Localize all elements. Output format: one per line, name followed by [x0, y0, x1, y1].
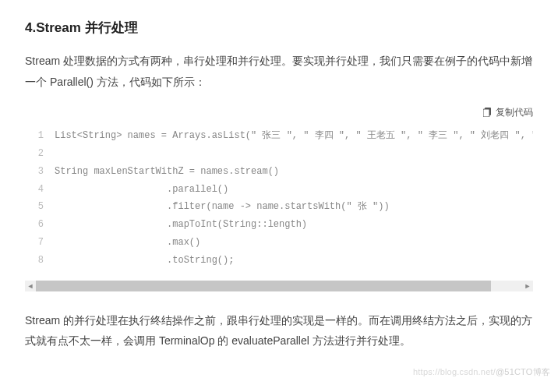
copy-code-label: 复制代码: [496, 107, 533, 118]
code-line: 4 .parallel(): [25, 181, 533, 199]
scroll-right-arrow-icon[interactable]: ►: [522, 281, 533, 291]
scrollbar-thumb[interactable]: [36, 281, 491, 291]
code-line: 1List<String> names = Arrays.asList(" 张三…: [25, 127, 533, 145]
line-number: 8: [25, 252, 44, 270]
scroll-left-arrow-icon[interactable]: ◄: [25, 281, 36, 291]
code-line: 2: [25, 145, 533, 163]
outro-paragraph: Stream 的并行处理在执行终结操作之前，跟串行处理的实现是一样的。而在调用终…: [25, 310, 533, 351]
watermark: https://blog.csdn.net/@51CTO博客: [413, 366, 550, 378]
code-text: .toString();: [55, 252, 234, 270]
code-text: .mapToInt(String::length): [55, 216, 307, 234]
line-number: 6: [25, 216, 44, 234]
line-number: 1: [25, 127, 44, 145]
line-number: 7: [25, 234, 44, 252]
code-text: .parallel(): [55, 181, 228, 199]
intro-paragraph: Stream 处理数据的方式有两种，串行处理和并行处理。要实现并行处理，我们只需…: [25, 51, 533, 92]
watermark-handle: @51CTO博客: [496, 367, 550, 376]
code-text: .max(): [55, 234, 200, 252]
line-number: 5: [25, 198, 44, 216]
copy-code-button[interactable]: 复制代码: [25, 106, 533, 119]
section-heading: 4.Stream 并行处理: [25, 19, 533, 37]
line-number: 2: [25, 145, 44, 163]
code-line: 5 .filter(name -> name.startsWith(" 张 ")…: [25, 198, 533, 216]
code-block: 1List<String> names = Arrays.asList(" 张三…: [25, 122, 533, 269]
code-text: List<String> names = Arrays.asList(" 张三 …: [55, 127, 533, 145]
code-text: .filter(name -> name.startsWith(" 张 ")): [55, 198, 390, 216]
line-number: 3: [25, 163, 44, 181]
code-line: 7 .max(): [25, 234, 533, 252]
code-text: String maxLenStartWithZ = names.stream(): [55, 163, 279, 181]
copy-icon: [483, 108, 493, 119]
code-line: 8 .toString();: [25, 252, 533, 270]
code-line: 6 .mapToInt(String::length): [25, 216, 533, 234]
code-line: 3String maxLenStartWithZ = names.stream(…: [25, 163, 533, 181]
horizontal-scrollbar[interactable]: ◄ ►: [25, 281, 533, 291]
line-number: 4: [25, 181, 44, 199]
watermark-site: https://blog.csdn.net/: [413, 367, 496, 376]
svg-rect-1: [483, 109, 489, 117]
